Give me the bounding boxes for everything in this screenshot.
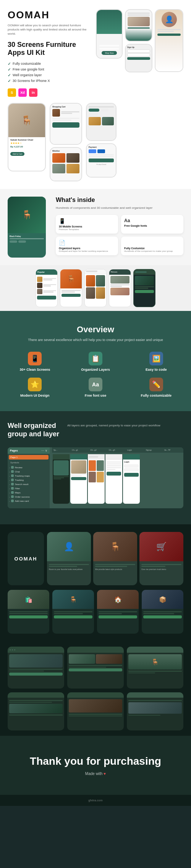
font-icon: Aa <box>92 381 99 388</box>
bp-bar <box>99 611 137 612</box>
phone-screen-3: Sign Up <box>126 45 152 72</box>
overview-features-row-1: 📱 30+ Clean Screens 📋 Organized Layers 🖼… <box>8 352 183 372</box>
card-icon-1: 📱 <box>59 218 115 224</box>
text-bar <box>43 285 51 287</box>
thankyou-title: Thank you for purchasing <box>8 755 183 768</box>
grid-item-1 <box>86 275 95 287</box>
footer-text: gfxtra.com <box>8 799 183 802</box>
releases-label: Releases <box>111 271 117 273</box>
product-rating: ★★★★☆ <box>10 142 43 145</box>
overview-features-row-2: ⭐ Modern UI Design Aa Free font use ✏️ F… <box>8 378 183 397</box>
layer-item-icon <box>11 470 14 473</box>
dark-body <box>134 275 155 294</box>
ds2-bar <box>9 702 52 703</box>
inside-card-3: 📄 Organized layers Grouped and layer for… <box>56 237 118 255</box>
product-detail-phone: 🪑 Sabak Summer Chair ★★★★☆ Rp 4,137.00 A… <box>8 103 46 171</box>
signup-label: Sign Up <box>127 46 150 48</box>
org-left: Well organized group and layer <box>8 422 61 441</box>
page-1-item[interactable]: Page 1 <box>9 455 49 460</box>
ov-icon-screens: 📱 <box>28 352 42 365</box>
list-item-text <box>43 290 56 293</box>
preview-top-row: OOMAH 👤 Room to your favorite looks ever… <box>8 532 183 585</box>
layer-item-add-card[interactable]: › Add new card <box>8 499 50 503</box>
ov-label-1: 30+ Clean Screens <box>19 368 50 372</box>
layer-label-filter: Filter <box>15 487 20 490</box>
cp-img <box>53 460 69 476</box>
cp4-bar <box>107 461 121 463</box>
screen-bar-accent <box>128 27 150 29</box>
cp2-body <box>70 460 87 481</box>
add-to-cart-btn[interactable]: Add to Cart <box>10 152 24 156</box>
ov-label-6: Fully costumizable <box>141 394 172 397</box>
ds-dot <box>14 649 15 650</box>
featured-body <box>60 288 82 298</box>
layer-item-search[interactable]: › Search result <box>8 482 50 486</box>
made-with-label: Made with <box>85 772 103 776</box>
dark-screens-row-1: 🪑 <box>8 647 183 689</box>
bp-body-3 <box>97 609 139 620</box>
releases-body <box>109 275 131 296</box>
layer-item-tracking[interactable]: › Tracking <box>8 478 50 482</box>
prev-img-1: 👤 <box>47 532 91 561</box>
list-item-img <box>37 289 42 294</box>
cat-tag <box>89 109 99 112</box>
pay-label: Product Detail <box>89 163 114 165</box>
card-sub-3: Grouped and layer for better working exp… <box>59 250 115 252</box>
card-title-4: Fully Costumize <box>124 247 180 250</box>
screen-bar <box>128 13 150 14</box>
layer-item-maps[interactable]: › Maps <box>8 490 50 495</box>
cart-title: Shopping Cart <box>52 106 79 108</box>
ov-feature-2: 📋 Organized Layers <box>68 352 123 372</box>
bottom-phone-3: 🏠 <box>97 590 139 634</box>
org-title: Well organized group and layer <box>8 422 61 438</box>
layer-item-icon <box>11 474 14 477</box>
cp3-g2 <box>97 460 104 471</box>
screens-icon: 📱 <box>31 354 39 363</box>
dark-screens-row-2 <box>8 692 183 736</box>
bp-bar <box>99 613 122 614</box>
cp4-btn <box>107 472 121 476</box>
cp4-bar <box>107 467 121 468</box>
bp-body-1 <box>8 609 49 620</box>
wishlist-grid <box>52 153 79 173</box>
cat-grid <box>89 117 114 125</box>
phone-button: Shop Now <box>102 51 117 55</box>
preview-bottom-row: 🛍️ 🪑 🏠 📦 <box>8 590 183 634</box>
layer-item-icon <box>11 495 14 498</box>
cp3-search <box>89 456 98 458</box>
ds2-phone-1 <box>8 692 64 730</box>
list-phone: Popular <box>36 269 58 307</box>
inside-cards: 📱 30 Mobile Screens Premium Templates Aa… <box>56 215 183 255</box>
cart-item <box>52 109 79 117</box>
layer-item-order[interactable]: › Order success <box>8 495 50 499</box>
ds-img-1 <box>9 654 63 668</box>
invision-icon: in <box>29 88 37 97</box>
product-price: Rp 4,137.00 <box>10 146 43 148</box>
grid-header <box>85 269 106 274</box>
ov-feature-4: ⭐ Modern UI Design <box>8 378 62 397</box>
cp-body <box>53 460 70 480</box>
ui-icon: ⭐ <box>31 380 39 389</box>
cp4-bar <box>107 465 121 466</box>
phone-screen-4: 👤 <box>155 10 183 71</box>
prev-bar <box>49 564 89 565</box>
ov-label-3: Easy to code <box>146 368 167 372</box>
ov-feature-6: ✏️ Fully costumizable <box>129 378 183 397</box>
layer-item-chat[interactable]: › Chat <box>8 469 50 474</box>
dark-screens-section: 🪑 <box>0 641 191 736</box>
arrow-icon: › <box>9 492 10 494</box>
featured-phone: 🪑 Black Friday <box>8 197 46 258</box>
cp2-btn <box>71 477 86 480</box>
layer-item-tracking-maps[interactable]: › Tracking maps <box>8 474 50 478</box>
ov-icon-code: 🖼️ <box>149 352 163 365</box>
layer-label-order: Order success <box>15 496 30 498</box>
ov-icon-ui: ⭐ <box>28 378 42 391</box>
layer-item-review[interactable]: › Review <box>8 465 50 469</box>
ds-dot <box>12 649 13 650</box>
feature-item: Free use google font <box>8 67 92 72</box>
layer-item-filter[interactable]: › Filter <box>8 486 50 490</box>
screen-bar <box>157 29 181 30</box>
bp-img-4: 📦 <box>142 590 183 609</box>
input-field <box>127 50 150 53</box>
phone-mockup-1: Shop Now <box>96 9 123 59</box>
